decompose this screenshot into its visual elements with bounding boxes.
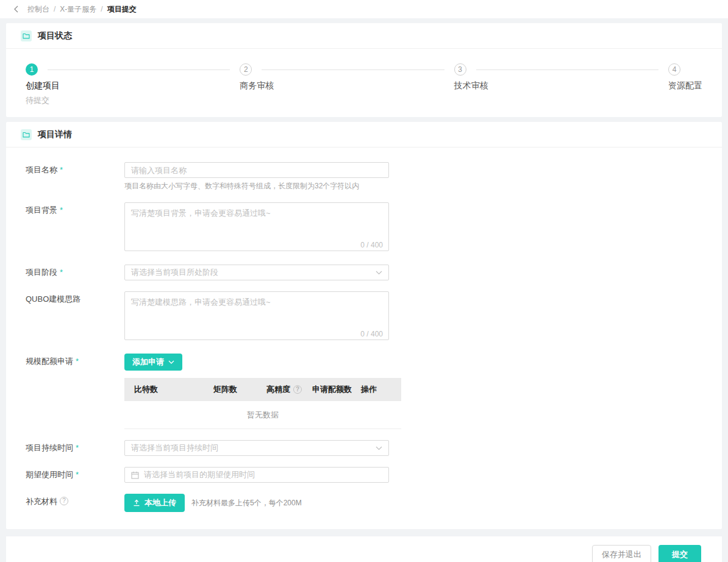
local-upload-button[interactable]: 本地上传 — [124, 494, 185, 512]
field-label: 项目持续时间 * — [26, 440, 124, 456]
breadcrumb-item-console[interactable]: 控制台 — [27, 4, 49, 15]
field-label: 项目背景 * — [26, 202, 124, 254]
calendar-icon — [131, 471, 139, 479]
field-label: QUBO建模思路 — [26, 291, 124, 343]
field-project-background: 项目背景 * 0 / 400 — [26, 202, 702, 254]
breadcrumb: 控制台 / X-量子服务 / 项目提交 — [27, 4, 137, 15]
step-number-badge: 1 — [26, 63, 38, 76]
select-placeholder: 请选择当前项目所处阶段 — [131, 267, 376, 278]
breadcrumb-item-current: 项目提交 — [107, 4, 137, 15]
step-label: 创建项目 — [26, 80, 240, 91]
back-button[interactable] — [13, 5, 19, 13]
status-card-header: 项目状态 — [6, 23, 722, 49]
chevron-down-icon — [168, 360, 174, 364]
col-high-precision: 高精度 ? — [266, 384, 312, 395]
step-status — [240, 95, 454, 104]
field-label: 补充材料 ? — [26, 494, 124, 512]
detail-card-header: 项目详情 — [6, 122, 722, 148]
step-create-project: 1 创建项目 待提交 — [26, 63, 240, 106]
date-placeholder: 请选择当前项目的期望使用时间 — [144, 469, 255, 480]
save-and-exit-button[interactable]: 保存并退出 — [592, 545, 651, 562]
step-status: 待提交 — [26, 95, 240, 106]
project-stage-select[interactable]: 请选择当前项目所处阶段 — [124, 265, 389, 280]
field-label: 规模配额申请 * — [26, 354, 124, 429]
field-label: 项目名称 * — [26, 162, 124, 191]
field-project-duration: 项目持续时间 * 请选择当前项目持续时间 — [26, 440, 702, 456]
step-number-badge: 2 — [240, 63, 252, 76]
quota-table-header: 比特数 矩阵数 高精度 ? 申请配额数 操作 — [124, 378, 401, 401]
step-technical-review: 3 技术审核 — [454, 63, 668, 106]
project-duration-select[interactable]: 请选择当前项目持续时间 — [124, 440, 389, 456]
required-mark: * — [76, 443, 79, 453]
step-number-badge: 3 — [454, 63, 466, 76]
folder-icon — [21, 30, 32, 41]
status-card-title: 项目状态 — [38, 30, 72, 41]
col-actions: 操作 — [361, 384, 401, 395]
project-form: 项目名称 * 项目名称由大小写字母、数字和特殊符号组成，长度限制为32个字符以内… — [6, 148, 722, 529]
col-quota-count: 申请配额数 — [312, 384, 361, 395]
required-mark: * — [60, 268, 63, 277]
project-detail-card: 项目详情 项目名称 * 项目名称由大小写字母、数字和特殊符号组成，长度限制为32… — [6, 122, 722, 529]
step-label: 资源配置 — [668, 80, 702, 91]
folder-icon — [21, 129, 32, 140]
required-mark: * — [76, 470, 79, 480]
breadcrumb-bar: 控制台 / X-量子服务 / 项目提交 — [0, 0, 728, 18]
chevron-down-icon — [376, 271, 382, 275]
project-name-input[interactable] — [124, 162, 389, 178]
step-status — [454, 95, 668, 104]
field-label: 项目阶段 * — [26, 265, 124, 280]
project-name-hint: 项目名称由大小写字母、数字和特殊符号组成，长度限制为32个字符以内 — [124, 181, 389, 191]
required-mark: * — [60, 165, 63, 175]
upload-icon — [133, 499, 140, 507]
expected-time-date-picker[interactable]: 请选择当前项目的期望使用时间 — [124, 467, 389, 483]
step-connector — [262, 69, 444, 70]
field-project-name: 项目名称 * 项目名称由大小写字母、数字和特殊符号组成，长度限制为32个字符以内 — [26, 162, 702, 191]
upload-hint: 补充材料最多上传5个，每个200M — [191, 498, 302, 508]
step-connector — [476, 69, 658, 70]
field-label: 期望使用时间 * — [26, 467, 124, 483]
chevron-left-icon — [13, 5, 19, 13]
question-circle-icon[interactable]: ? — [60, 497, 68, 505]
field-supplementary-materials: 补充材料 ? 本地上传 补充材料最多上传5个，每个200M — [26, 494, 702, 512]
qubo-modeling-textarea[interactable] — [124, 291, 389, 340]
field-expected-usage-time: 期望使用时间 * 请选择当前项目的期望使用时间 — [26, 467, 702, 483]
step-business-review: 2 商务审核 — [240, 63, 454, 106]
quota-table: 比特数 矩阵数 高精度 ? 申请配额数 操作 暂无数据 — [124, 378, 401, 429]
breadcrumb-item-service[interactable]: X-量子服务 — [60, 4, 96, 15]
project-background-textarea[interactable] — [124, 202, 389, 251]
quota-table-empty-state: 暂无数据 — [124, 401, 401, 429]
breadcrumb-separator: / — [54, 5, 55, 13]
col-bit-count: 比特数 — [134, 384, 213, 395]
step-label: 商务审核 — [240, 80, 454, 91]
char-counter: 0 / 400 — [360, 241, 383, 249]
field-quota-application: 规模配额申请 * 添加申请 比特数 矩阵数 高精度 ? 申 — [26, 354, 702, 429]
breadcrumb-separator: / — [101, 5, 102, 13]
detail-card-title: 项目详情 — [38, 129, 72, 140]
required-mark: * — [76, 357, 79, 366]
char-counter: 0 / 400 — [360, 330, 383, 338]
select-placeholder: 请选择当前项目持续时间 — [131, 443, 376, 454]
field-project-stage: 项目阶段 * 请选择当前项目所处阶段 — [26, 265, 702, 280]
submit-button[interactable]: 提交 — [658, 545, 701, 562]
project-status-card: 项目状态 1 创建项目 待提交 2 商务审核 3 技术审核 — [6, 23, 722, 117]
col-matrix-count: 矩阵数 — [213, 384, 266, 395]
add-application-button[interactable]: 添加申请 — [124, 354, 182, 371]
step-resource-config: 4 资源配置 — [668, 63, 702, 106]
step-connector — [48, 69, 230, 70]
step-number-badge: 4 — [668, 63, 680, 76]
step-status — [668, 95, 702, 104]
field-qubo-modeling: QUBO建模思路 0 / 400 — [26, 291, 702, 343]
stepper: 1 创建项目 待提交 2 商务审核 3 技术审核 4 — [6, 49, 722, 117]
step-label: 技术审核 — [454, 80, 668, 91]
chevron-down-icon — [376, 446, 382, 450]
required-mark: * — [60, 205, 63, 215]
question-circle-icon[interactable]: ? — [293, 385, 302, 394]
footer-action-bar: 保存并退出 提交 — [6, 536, 722, 562]
